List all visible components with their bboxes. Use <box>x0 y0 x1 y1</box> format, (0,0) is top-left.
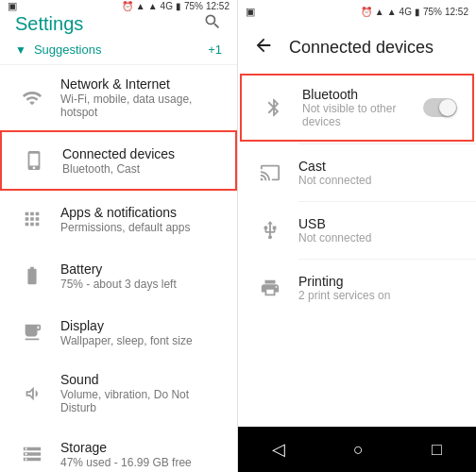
apps-text: Apps & notifications Permissions, defaul… <box>60 205 190 234</box>
right-status-left: ▣ <box>246 6 255 18</box>
display-text: Display Wallpaper, sleep, font size <box>60 318 193 347</box>
settings-header: Settings <box>0 12 237 35</box>
right-nav-bar: ◁ ○ □ <box>238 427 476 472</box>
menu-item-battery[interactable]: Battery 75% - about 3 days left <box>0 247 237 304</box>
bluetooth-text: Bluetooth Not visible to other devices <box>302 87 423 128</box>
apps-title: Apps & notifications <box>60 205 190 220</box>
menu-item-storage[interactable]: Storage 47% used - 16.99 GB free <box>0 426 237 472</box>
battery-subtitle: 75% - about 3 days left <box>60 278 177 291</box>
printing-subtitle: 2 print services on <box>298 289 461 302</box>
display-icon <box>15 315 49 349</box>
suggestions-badge: +1 <box>208 42 222 57</box>
battery-text: Battery 75% - about 3 days left <box>60 261 177 291</box>
network-subtitle: Wi-Fi, mobile, data usage, hotspot <box>60 93 222 119</box>
print-icon <box>253 271 287 305</box>
chevron-down-icon: ▼ <box>15 43 26 57</box>
device-item-usb[interactable]: USB Not connected <box>238 202 476 259</box>
menu-item-network[interactable]: Network & Internet Wi-Fi, mobile, data u… <box>0 65 237 130</box>
menu-item-connected[interactable]: Connected devices Bluetooth, Cast <box>0 130 237 191</box>
right-panel: ▣ ⏰ ▲ ▲ 4G ▮ 75% 12:52 Connected devices… <box>238 0 476 472</box>
display-title: Display <box>60 318 193 333</box>
apps-subtitle: Permissions, default apps <box>60 221 190 234</box>
sound-subtitle: Volume, vibration, Do Not Disturb <box>60 388 222 414</box>
settings-title: Settings <box>15 13 83 35</box>
suggestions-label: Suggestions <box>34 42 208 57</box>
right-header: Connected devices <box>238 23 476 72</box>
wifi-status-icon: ▲ <box>148 1 158 11</box>
menu-item-sound[interactable]: Sound Volume, vibration, Do Not Disturb <box>0 361 237 426</box>
storage-subtitle: 47% used - 16.99 GB free <box>60 456 192 469</box>
search-button[interactable] <box>203 12 222 35</box>
right-sim-icon: ▣ <box>246 6 255 18</box>
right-wifi-icon: ▲ <box>387 7 397 17</box>
right-back-nav-button[interactable]: ◁ <box>257 431 300 467</box>
right-back-button[interactable] <box>253 35 274 60</box>
bluetooth-icon <box>257 91 291 125</box>
right-status-right: ⏰ ▲ ▲ 4G ▮ 75% 12:52 <box>361 7 468 17</box>
right-battery-pct: 75% <box>423 7 442 17</box>
usb-subtitle: Not connected <box>298 231 461 244</box>
connected-subtitle: Bluetooth, Cast <box>62 162 175 176</box>
usb-icon <box>253 213 287 247</box>
network-text: Network & Internet Wi-Fi, mobile, data u… <box>60 76 222 119</box>
printing-title: Printing <box>298 274 461 289</box>
connected-devices-icon <box>17 143 51 177</box>
sound-text: Sound Volume, vibration, Do Not Disturb <box>60 372 222 414</box>
status-icons-left: ▣ <box>8 0 17 12</box>
menu-item-display[interactable]: Display Wallpaper, sleep, font size <box>0 304 237 361</box>
storage-title: Storage <box>60 440 192 455</box>
right-panel-title: Connected devices <box>289 38 434 58</box>
device-item-cast[interactable]: Cast Not connected <box>238 144 476 201</box>
device-item-printing[interactable]: Printing 2 print services on <box>238 260 476 316</box>
cast-icon <box>253 156 287 190</box>
signal-icon: ▲ <box>136 1 145 11</box>
right-battery-icon: ▮ <box>415 7 420 17</box>
right-time: 12:52 <box>445 7 468 17</box>
connected-text: Connected devices Bluetooth, Cast <box>62 146 175 176</box>
left-panel: ▣ ⏰ ▲ ▲ 4G ▮ 75% 12:52 Settings ▼ Sugges… <box>0 0 238 472</box>
printing-text: Printing 2 print services on <box>298 274 461 302</box>
bluetooth-toggle[interactable] <box>423 98 457 117</box>
suggestions-row[interactable]: ▼ Suggestions +1 <box>0 35 237 65</box>
network-type: 4G <box>161 1 173 11</box>
cast-title: Cast <box>298 159 461 174</box>
right-status-bar: ▣ ⏰ ▲ ▲ 4G ▮ 75% 12:52 <box>238 0 476 23</box>
battery-icon: ▮ <box>176 1 181 11</box>
bluetooth-title: Bluetooth <box>302 87 423 102</box>
status-icons-right: ⏰ ▲ ▲ 4G ▮ 75% 12:52 <box>122 1 230 11</box>
usb-text: USB Not connected <box>298 216 461 244</box>
sound-icon <box>15 377 49 411</box>
cast-text: Cast Not connected <box>298 159 461 187</box>
apps-icon <box>15 202 49 236</box>
storage-icon <box>15 437 49 471</box>
network-title: Network & Internet <box>60 76 222 92</box>
display-subtitle: Wallpaper, sleep, font size <box>60 334 193 347</box>
menu-item-apps[interactable]: Apps & notifications Permissions, defaul… <box>0 191 237 247</box>
storage-text: Storage 47% used - 16.99 GB free <box>60 440 192 469</box>
bluetooth-subtitle: Not visible to other devices <box>302 102 423 128</box>
right-alarm-icon: ⏰ <box>361 7 372 17</box>
search-icon <box>203 12 222 31</box>
battery-pct: 75% <box>184 1 203 11</box>
right-signal-icon: ▲ <box>375 7 384 17</box>
right-home-nav-button[interactable]: ○ <box>338 432 379 467</box>
wifi-icon <box>15 81 49 115</box>
alarm-icon: ⏰ <box>122 1 133 11</box>
left-status-bar: ▣ ⏰ ▲ ▲ 4G ▮ 75% 12:52 <box>0 0 237 12</box>
usb-title: USB <box>298 216 461 231</box>
battery-menu-icon <box>15 259 49 293</box>
cast-subtitle: Not connected <box>298 174 461 187</box>
battery-title: Battery <box>60 261 177 277</box>
connected-title: Connected devices <box>62 146 175 161</box>
back-arrow-icon <box>253 35 274 56</box>
time-left: 12:52 <box>206 1 230 11</box>
right-recent-nav-button[interactable]: □ <box>416 432 457 467</box>
sound-title: Sound <box>60 372 222 387</box>
right-network-type: 4G <box>400 7 412 17</box>
sim-icon: ▣ <box>8 0 17 12</box>
device-item-bluetooth[interactable]: Bluetooth Not visible to other devices <box>240 74 474 142</box>
